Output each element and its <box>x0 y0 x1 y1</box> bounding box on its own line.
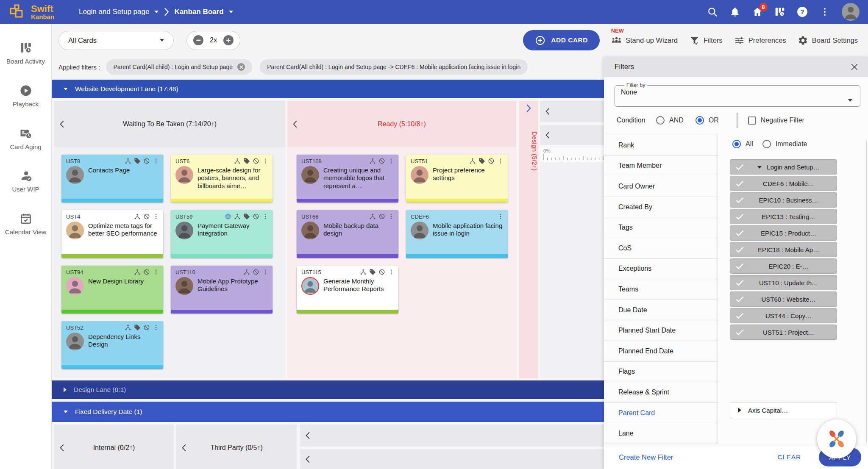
filter-by-dropdown[interactable]: Filter by None <box>615 82 860 107</box>
kanban-card[interactable]: UST115Generate Monthly Performance Repor… <box>297 266 398 314</box>
parent-card-option-ust44-copy[interactable]: UST44 : Copy… <box>730 308 837 323</box>
kanban-card[interactable]: UST66Mobile backup data design <box>297 210 398 258</box>
breadcrumb-board[interactable]: Kanban Board <box>174 8 223 16</box>
sidebar-item-calendar-view[interactable]: Calendar View <box>0 212 51 236</box>
kebab-menu-icon[interactable] <box>153 269 159 275</box>
filter-row-card-owner[interactable]: Card Owner <box>604 176 718 197</box>
create-new-filter-link[interactable]: Create New Filter <box>619 453 673 461</box>
kebab-menu-icon[interactable] <box>388 213 395 220</box>
sidebar-item-playback[interactable]: Playback <box>0 84 51 108</box>
user-avatar[interactable] <box>842 3 860 21</box>
kebab-menu-icon[interactable] <box>153 158 159 164</box>
parent-card-option-epic10-business[interactable]: EPIC10 : Business… <box>730 192 837 208</box>
zoom-in-button[interactable]: + <box>223 35 234 45</box>
kebab-menu-icon[interactable] <box>153 213 159 220</box>
kanban-card[interactable]: UST4Optimize meta tags for better SEO pe… <box>61 210 163 258</box>
scope-immediate-radio[interactable] <box>762 140 771 148</box>
filter-row-flags[interactable]: Flags <box>604 362 718 383</box>
sidebar-item-user-wip[interactable]: User WIP <box>0 169 51 194</box>
kebab-menu-icon[interactable] <box>388 269 395 275</box>
kanban-card[interactable]: UST110Mobile App Prototype Guidelines <box>171 266 273 314</box>
board-activity-icon[interactable] <box>774 6 785 17</box>
collapse-lane-icon[interactable] <box>64 88 68 90</box>
kebab-menu-icon[interactable] <box>262 269 269 275</box>
collapse-column-icon[interactable] <box>545 108 550 115</box>
parent-card-option-login-and-setup[interactable]: Login and Setup… <box>730 159 837 175</box>
kebab-menu-icon[interactable] <box>262 213 269 220</box>
filter-row-exceptions[interactable]: Exceptions <box>604 259 718 280</box>
filter-row-cos[interactable]: CoS <box>604 238 718 259</box>
column-ready[interactable]: Ready (5:10/8↑) <box>287 101 516 147</box>
collapsed-column-d[interactable] <box>300 449 606 469</box>
collapsed-column-b[interactable] <box>540 125 606 145</box>
column-design-collapsed[interactable]: Design (5/2↑) <box>519 101 538 378</box>
parent-card-option-epic20-e[interactable]: EPIC20 : E-… <box>730 258 837 274</box>
parent-card-option-epic18-mobile-ap[interactable]: EPIC18 : Mobile Ap… <box>730 242 837 257</box>
collapse-column-icon[interactable] <box>60 120 64 128</box>
collapse-column-icon[interactable] <box>545 131 550 139</box>
clear-button[interactable]: CLEAR <box>775 453 804 461</box>
collapse-column-icon[interactable] <box>306 432 310 439</box>
kebab-menu-icon[interactable] <box>497 158 504 164</box>
parent-card-option-epic13-testing[interactable]: EPIC13 : Testing… <box>730 209 837 224</box>
column-internal[interactable]: Internal (0/2↑) <box>54 425 174 469</box>
breadcrumb-workspace[interactable]: Login and Setup page <box>79 8 149 16</box>
collapse-column-icon[interactable] <box>182 444 186 452</box>
kebab-menu-icon[interactable] <box>388 158 395 164</box>
collapse-lane-icon[interactable] <box>64 411 68 413</box>
column-waiting-to-be-taken[interactable]: Waiting To Be Taken (7:14/20↑) <box>54 101 285 147</box>
search-icon[interactable] <box>707 6 718 17</box>
kanban-card[interactable]: UST8Contacts Page <box>61 155 163 203</box>
filter-row-tags[interactable]: Tags <box>604 217 718 238</box>
column-third-party[interactable]: Third Party (0/5↑) <box>176 425 297 469</box>
filter-row-parent-card[interactable]: Parent Card <box>604 403 718 424</box>
standup-wizard-button[interactable]: NEW Stand-up Wizard <box>611 35 678 46</box>
kebab-menu-icon[interactable] <box>262 158 269 164</box>
negative-filter-checkbox[interactable] <box>748 117 756 125</box>
filter-row-planned-end-date[interactable]: Planned End Date <box>604 341 718 362</box>
axis-capital-expandable-option[interactable]: Axis Capital… <box>730 402 837 418</box>
help-icon[interactable]: ? <box>797 6 808 17</box>
filter-row-release-sprint[interactable]: Release & Sprint <box>604 382 718 403</box>
kanban-card[interactable]: CDEF6Mobile application facing issue in … <box>406 210 508 258</box>
parent-card-option-ust60-website[interactable]: UST60 : Website… <box>730 291 837 307</box>
collapsed-column-c[interactable] <box>300 425 606 447</box>
collapse-column-icon[interactable] <box>306 455 310 463</box>
sidebar-item-board-activity[interactable]: Board Activity <box>0 42 51 66</box>
kanban-card[interactable]: UST94New Design Library <box>61 266 163 314</box>
notifications-bell-icon[interactable] <box>729 6 740 17</box>
kanban-card[interactable]: UST52Dependency Links Design <box>61 321 163 369</box>
preferences-button[interactable]: Preferences <box>734 35 786 46</box>
home-icon[interactable]: 8 <box>752 6 763 17</box>
kebab-menu-icon[interactable] <box>153 324 159 331</box>
collapse-column-icon[interactable] <box>60 444 64 452</box>
add-card-button[interactable]: ADD CARD <box>523 30 600 50</box>
filter-row-due-date[interactable]: Due Date <box>604 300 718 321</box>
condition-and-radio[interactable] <box>656 116 665 125</box>
nimble-floating-logo[interactable] <box>817 419 856 458</box>
board-settings-button[interactable]: Board Settings <box>798 35 858 46</box>
filter-row-teams[interactable]: Teams <box>604 279 718 300</box>
filter-row-lane[interactable]: Lane <box>604 423 718 444</box>
sidebar-item-card-aging[interactable]: Card Aging <box>0 127 51 151</box>
more-menu-kebab-icon[interactable] <box>819 6 830 17</box>
kanban-card[interactable]: UST59Payment Gateway Integration <box>171 210 273 258</box>
filter-row-created-by[interactable]: Created By <box>604 197 718 218</box>
card-filter-dropdown[interactable]: All Cards <box>58 31 174 50</box>
chevron-down-icon[interactable] <box>229 11 233 13</box>
expand-lane-icon[interactable] <box>64 387 67 392</box>
filter-row-team-member[interactable]: Team Member <box>604 156 718 177</box>
app-logo[interactable]: Swift Kanban <box>0 3 54 20</box>
filters-button[interactable]: Filters <box>689 35 723 46</box>
close-icon[interactable] <box>850 63 859 71</box>
parent-card-option-ust10-update-th[interactable]: UST10 : Update th… <box>730 275 837 290</box>
parent-card-option-cdef6-mobile[interactable]: CDEF6 : Mobile… <box>730 176 837 191</box>
kebab-menu-icon[interactable] <box>497 213 504 220</box>
parent-card-option-ust51-project[interactable]: UST51 : Project… <box>730 325 837 340</box>
kanban-card[interactable]: UST108Creating unique and memorable logo… <box>297 155 398 203</box>
collapsed-column-a[interactable] <box>540 101 606 122</box>
zoom-out-button[interactable]: − <box>193 35 203 45</box>
scope-all-radio[interactable] <box>732 140 741 148</box>
kanban-card[interactable]: UST6Large-scale design for posters, bann… <box>171 155 273 203</box>
chevron-down-icon[interactable] <box>154 11 159 13</box>
